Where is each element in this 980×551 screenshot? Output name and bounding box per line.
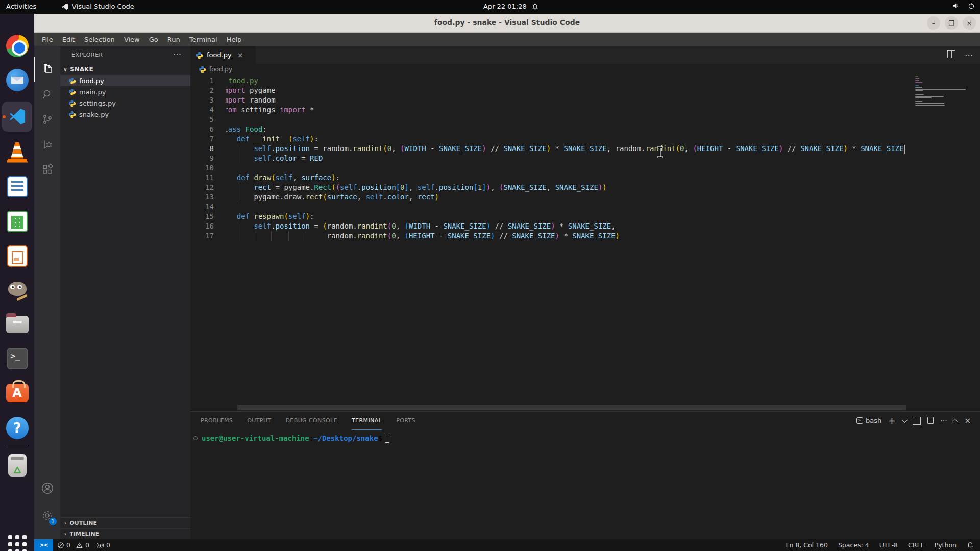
file-item-food.py[interactable]: food.py (60, 75, 190, 86)
system-tray[interactable] (952, 2, 975, 9)
terminal[interactable]: user@user-virtual-machine:~/Desktop/snak… (193, 433, 980, 539)
indent-guide (288, 231, 289, 241)
timeline-section[interactable]: › TIMELINE (60, 528, 190, 539)
focused-app-menu[interactable]: Visual Studio Code (61, 3, 134, 10)
dock-vscode-tile[interactable] (2, 102, 32, 132)
new-terminal-icon[interactable]: + (888, 416, 895, 426)
recycle-glyph (12, 465, 22, 477)
panel-tab-output[interactable]: OUTPUT (247, 412, 271, 430)
remote-indicator[interactable]: >< (34, 539, 53, 551)
code-line-6[interactable]: class Food: (226, 124, 914, 134)
menu-run[interactable]: Run (163, 36, 185, 43)
code-line-9[interactable]: self.color = RED (226, 154, 914, 163)
menu-selection[interactable]: Selection (80, 36, 119, 43)
dock-vlc-icon[interactable] (5, 140, 30, 165)
panel-tab-terminal[interactable]: TERMINAL (352, 412, 382, 430)
code-line-7[interactable]: def __init__(self): (226, 134, 914, 144)
menu-edit[interactable]: Edit (58, 36, 80, 43)
code-line-10[interactable] (226, 163, 914, 173)
terminal-dropdown-icon[interactable] (902, 417, 908, 422)
file-item-snake.py[interactable]: snake.py (60, 109, 190, 120)
activities-button[interactable]: Activities (6, 3, 36, 10)
ports-status[interactable]: 0 (96, 541, 110, 549)
file-item-main.py[interactable]: main.py (60, 86, 190, 97)
explorer-icon[interactable] (34, 57, 60, 82)
run-and-debug-icon[interactable] (34, 132, 60, 157)
show-applications-button[interactable] (5, 532, 30, 551)
panel-tab-problems[interactable]: PROBLEMS (201, 412, 233, 430)
tab-close-icon[interactable]: × (237, 51, 243, 59)
split-terminal-icon[interactable] (913, 417, 921, 425)
cursor-position[interactable]: Ln 8, Col 160 (786, 541, 827, 549)
minimize-button[interactable]: – (927, 16, 940, 30)
dock-files-icon[interactable] (5, 312, 30, 337)
indentation[interactable]: Spaces: 4 (838, 541, 869, 549)
dock-terminal-icon[interactable]: >_ (5, 346, 30, 371)
code-line-2[interactable]: import pygame (226, 86, 914, 95)
notifications-bell-icon[interactable] (967, 542, 974, 549)
editor-more-actions-icon[interactable]: ⋯ (965, 50, 973, 60)
code-line-8[interactable]: self.position = random.randint(0, (WIDTH… (226, 144, 914, 154)
code-line-12[interactable]: rect = pygame.Rect((self.position[0], se… (226, 183, 914, 192)
menu-terminal[interactable]: Terminal (185, 36, 222, 43)
code-line-5[interactable] (226, 115, 914, 124)
file-label: food.py (79, 77, 104, 85)
code-line-13[interactable]: pygame.draw.rect(surface, self.color, re… (226, 192, 914, 202)
window-title-bar[interactable]: food.py - snake - Visual Studio Code – ❐… (34, 14, 980, 33)
code-line-4[interactable]: from settings import * (226, 105, 914, 115)
code-line-1[interactable]: # food.py (226, 76, 914, 86)
minimap[interactable] (915, 76, 968, 107)
kill-terminal-icon[interactable] (927, 417, 934, 424)
code-line-16[interactable]: self.position = (random.randint(0, (WIDT… (226, 221, 914, 231)
code-line-15[interactable]: def respawn(self): (226, 212, 914, 221)
command-decoration-icon (193, 436, 198, 440)
account-icon[interactable] (34, 476, 60, 500)
menu-go[interactable]: Go (144, 36, 163, 43)
dock-writer-icon[interactable] (5, 174, 30, 199)
outline-label: OUTLINE (69, 520, 97, 527)
close-panel-icon[interactable]: × (964, 416, 971, 425)
code-line-17[interactable]: random.randint(0, (HEIGHT - SNAKE_SIZE) … (226, 231, 914, 241)
folder-section-snake[interactable]: ∨ SNAKE (60, 64, 190, 75)
dock-impress-icon[interactable] (5, 243, 30, 268)
dock-chrome-icon[interactable] (5, 33, 30, 58)
terminal-instance-bash[interactable]: > bash (856, 417, 881, 424)
outline-section[interactable]: › OUTLINE (60, 517, 190, 528)
file-item-settings.py[interactable]: settings.py (60, 97, 190, 109)
clock-menu[interactable]: Apr 22 01:28 (483, 3, 538, 10)
dock-thunderbird-icon[interactable] (5, 67, 30, 92)
encoding[interactable]: UTF-8 (879, 541, 898, 549)
panel-tab-ports[interactable]: PORTS (396, 412, 415, 430)
settings-gear-icon[interactable]: 1 (34, 503, 60, 528)
breadcrumb[interactable]: food.py (190, 64, 980, 75)
panel-more-actions-icon[interactable]: ⋯ (940, 417, 947, 424)
dock-gimp-icon[interactable] (5, 277, 30, 302)
tab-food-py[interactable]: food.py × (190, 46, 256, 64)
code-line-3[interactable]: import random (226, 95, 914, 105)
code-line-14[interactable] (226, 202, 914, 212)
code-line-11[interactable]: def draw(self, surface): (226, 173, 914, 183)
problems-status[interactable]: 0 0 (57, 541, 89, 549)
code-editor[interactable]: # food.pyimport pygameimport randomfrom … (226, 76, 914, 411)
sidebar-more-actions-icon[interactable]: ⋯ (173, 49, 181, 59)
folder-section-label: SNAKE (70, 66, 93, 73)
menu-view[interactable]: View (119, 36, 144, 43)
extensions-icon[interactable] (34, 157, 60, 182)
split-editor-icon[interactable] (947, 50, 955, 58)
source-control-icon[interactable] (34, 107, 60, 132)
dock-help-icon[interactable]: ? (5, 415, 30, 440)
menu-help[interactable]: Help (222, 36, 247, 43)
warning-icon (76, 542, 83, 549)
language-mode[interactable]: Python (935, 541, 957, 549)
maximize-panel-icon[interactable] (952, 418, 958, 424)
search-icon[interactable] (34, 82, 60, 107)
horizontal-scrollbar[interactable] (237, 405, 906, 410)
restore-button[interactable]: ❐ (945, 16, 958, 30)
dock-trash-icon[interactable] (5, 453, 30, 478)
dock-software-store-icon[interactable]: A (5, 380, 30, 405)
eol-sequence[interactable]: CRLF (908, 541, 924, 549)
panel-tab-debug-console[interactable]: DEBUG CONSOLE (285, 412, 337, 430)
close-button[interactable]: × (963, 16, 976, 30)
dock-calc-icon[interactable] (5, 209, 30, 234)
menu-file[interactable]: File (37, 36, 58, 43)
